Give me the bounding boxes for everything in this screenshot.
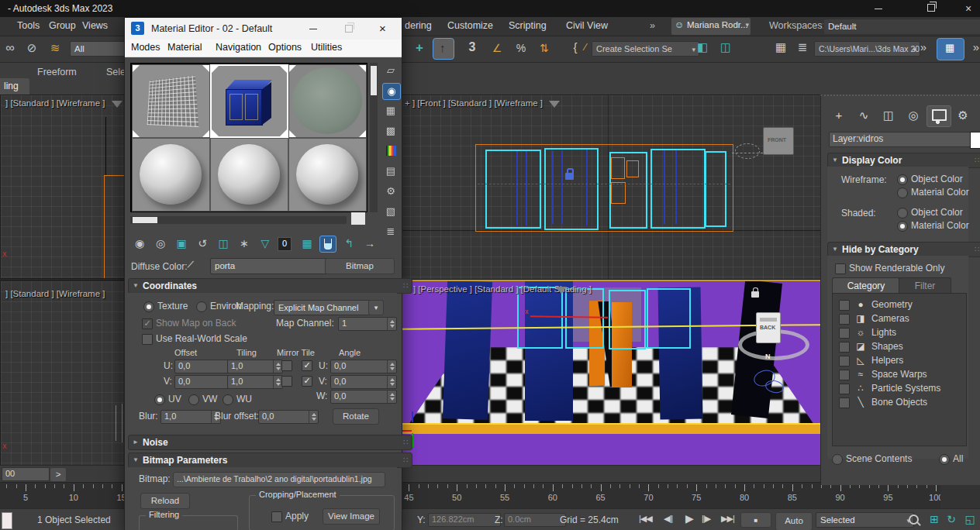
spinner[interactable] (387, 391, 396, 403)
scene-contents-radio[interactable] (832, 454, 843, 465)
make-unique-icon[interactable]: ∗ (236, 236, 253, 251)
previous-frame-button[interactable]: ◀|| (664, 514, 672, 524)
tab-motion[interactable]: ◎ (902, 105, 925, 126)
zoom-icon[interactable] (909, 515, 919, 525)
background-checker-icon[interactable]: ▦ (382, 103, 399, 119)
backlight-icon[interactable]: ◉ (382, 83, 401, 100)
align-icon[interactable]: ◫ (717, 40, 734, 55)
make-material-copy-icon[interactable]: ◫ (215, 236, 232, 251)
zoom-region-icon[interactable]: ⊞ (926, 511, 943, 527)
sample-slot-wirecube[interactable] (132, 64, 210, 138)
user-account-chip[interactable]: ☺ Mariana Rodr... ▾ (671, 18, 751, 35)
angle-u-field[interactable]: 0,0 (330, 360, 397, 373)
scrollbar-corner[interactable] (351, 212, 365, 225)
category-checkbox[interactable] (839, 300, 850, 311)
next-frame-button[interactable]: > (50, 467, 67, 482)
restore-icon[interactable] (345, 25, 353, 33)
menu-views[interactable]: Views (82, 20, 108, 31)
put-to-library-icon[interactable]: ▽ (257, 236, 274, 251)
filter-funnel-icon[interactable] (549, 101, 560, 108)
z-coordinate-field[interactable]: 0.0cm (504, 513, 566, 527)
layer-explorer-icon[interactable]: ≣ (794, 40, 811, 55)
scrollbar-thumb[interactable] (133, 217, 157, 223)
angle-w-field[interactable]: 0,0 (330, 390, 397, 404)
options-gear-icon[interactable]: ⚙ (382, 184, 399, 199)
pick-color-pencil-icon[interactable]: ∕ (189, 258, 193, 270)
material-map-navigator-icon[interactable]: ≣ (382, 224, 399, 239)
close-icon[interactable]: × (379, 22, 386, 35)
mirror-u-checkbox[interactable] (281, 360, 292, 371)
tab-display[interactable] (927, 105, 951, 127)
category-checkbox[interactable] (839, 314, 850, 325)
sample-slot-sphere[interactable] (210, 138, 288, 212)
tab-category[interactable]: Category (832, 277, 900, 294)
slots-vertical-scrollbar[interactable] (370, 63, 378, 212)
go-to-end-button[interactable]: ▶▶| (721, 514, 734, 524)
video-color-check-icon[interactable] (382, 143, 399, 159)
filter-funnel-icon[interactable] (112, 101, 122, 108)
key-filter-select[interactable]: Selected ▾ (816, 512, 914, 528)
slots-horizontal-scrollbar[interactable] (130, 216, 347, 224)
time-slider-field[interactable]: 00 (2, 467, 50, 481)
snap-toggle-icon[interactable]: 3 (464, 40, 481, 55)
select-by-material-icon[interactable]: ▧ (382, 204, 399, 219)
filter-funnel-icon[interactable] (556, 287, 567, 294)
scene-explorer-icon[interactable]: ▦ (772, 40, 789, 55)
spinner[interactable] (387, 360, 396, 373)
select-and-move-icon[interactable]: + (411, 40, 428, 56)
apply-checkbox[interactable] (271, 511, 282, 522)
toolbar-overflow2-icon[interactable]: » (968, 40, 980, 55)
get-material-icon[interactable]: ◉ (131, 236, 148, 251)
viewport-front[interactable]: + ] [Front ] [Standard ] [Wireframe ] FR… (399, 95, 822, 280)
shaded-material-color-radio[interactable] (897, 221, 908, 232)
menu-utilities[interactable]: Utilities (311, 42, 342, 53)
scrollbar-thumb[interactable] (371, 66, 377, 95)
uv-radio[interactable] (154, 394, 165, 405)
environ-radio[interactable] (196, 301, 207, 312)
tab-filter[interactable]: Filter (899, 277, 951, 294)
spinner-snap-icon[interactable]: ⇅ (536, 40, 553, 56)
rollout-coordinates[interactable]: ▼ Coordinates ∷ (128, 278, 412, 294)
menu-scripting[interactable]: Scripting (509, 20, 547, 31)
reload-button[interactable]: Reload (140, 493, 190, 509)
show-end-result-icon[interactable] (319, 236, 336, 253)
show-shaded-material-in-viewport-icon[interactable]: ▦ (298, 236, 316, 251)
next-frame-button[interactable]: ||▶ (702, 514, 710, 524)
tab-create[interactable]: + (827, 105, 851, 126)
rollout-display-color[interactable]: ▼ Display Color ∷ (827, 153, 980, 168)
mirror-v-checkbox[interactable] (281, 376, 292, 387)
named-selection-set-select[interactable]: Create Selection Se ▾ (592, 41, 699, 57)
material-name-select[interactable]: porta ▾ (210, 258, 336, 274)
sample-slot-sphere[interactable] (132, 138, 210, 212)
menu-group[interactable]: Group (49, 20, 76, 31)
map-type-button[interactable]: Bitmap (325, 258, 395, 274)
mirror-icon[interactable]: ◧ (694, 40, 711, 55)
mapping-select[interactable]: Explicit Map Channel (274, 300, 383, 315)
menu-options[interactable]: Options (268, 42, 302, 53)
vw-radio[interactable] (188, 394, 199, 405)
select-object-button[interactable]: ↑ (433, 38, 454, 60)
mapping-dropdown-button[interactable]: ▾ (368, 300, 384, 315)
menu-tools[interactable]: Tools (17, 20, 40, 31)
map-channel-field[interactable]: 1 (338, 317, 397, 331)
angle-v-field[interactable]: 0,0 (330, 375, 397, 389)
go-to-parent-icon[interactable]: ↰ (340, 236, 357, 251)
mini-listener-swatch[interactable] (2, 512, 12, 529)
toolbar-overflow-icon[interactable]: » (915, 40, 932, 55)
wu-radio[interactable] (223, 394, 233, 405)
layer-field[interactable]: Layer:vidros (829, 132, 975, 147)
percent-snap-icon[interactable]: % (512, 40, 530, 56)
y-coordinate-field[interactable]: 126.822cm (428, 513, 501, 527)
category-checkbox[interactable] (839, 328, 850, 339)
viewcube-back-face[interactable]: BACK (756, 312, 781, 343)
material-id-channel-icon[interactable]: 0 (278, 237, 292, 251)
viewcube-front[interactable]: FRONT (763, 127, 794, 155)
use-real-world-scale-checkbox[interactable] (142, 334, 153, 345)
assign-material-to-selection-icon[interactable]: ▣ (173, 236, 190, 251)
viewport-perspective[interactable]: x + ] [Perspective ] [Standard ] [Defaul… (399, 280, 823, 469)
shaded-object-color-radio[interactable] (897, 208, 908, 219)
category-checkbox[interactable] (839, 370, 850, 380)
tile-u-checkbox[interactable]: ✓ (302, 360, 312, 371)
sample-slot-blue-box-selected[interactable] (210, 64, 288, 138)
sample-slot-sphere[interactable] (288, 138, 367, 212)
